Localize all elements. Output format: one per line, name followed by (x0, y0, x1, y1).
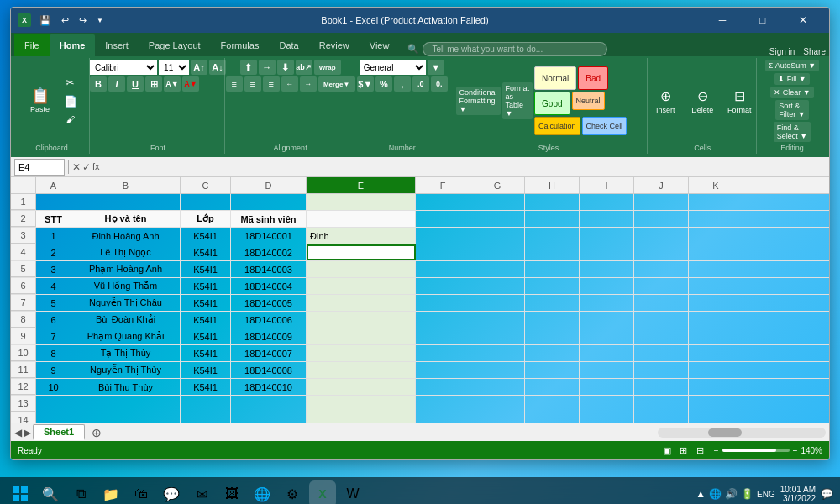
tab-home[interactable]: Home (50, 34, 96, 56)
cell[interactable] (689, 278, 743, 294)
cell[interactable] (634, 261, 689, 277)
cell[interactable] (689, 379, 743, 395)
font-name-select[interactable]: Calibri (90, 60, 157, 75)
cell[interactable] (307, 328, 416, 344)
cell[interactable] (416, 244, 470, 260)
cell[interactable]: Tạ Thị Thùy (71, 345, 181, 361)
cell[interactable] (470, 379, 525, 395)
align-bottom-button[interactable]: ⬇ (277, 60, 294, 75)
add-sheet-button[interactable]: ⊕ (87, 424, 107, 441)
row-header[interactable]: 3 (11, 228, 36, 244)
bold-button[interactable]: B (90, 76, 107, 92)
find-select-button[interactable]: Find &Select ▼ (774, 122, 811, 142)
cell[interactable] (580, 345, 634, 361)
cell[interactable] (634, 295, 689, 311)
network-icon[interactable]: 🌐 (709, 488, 722, 500)
align-left-button[interactable]: ≡ (226, 76, 243, 92)
style-neutral[interactable]: Neutral (572, 92, 605, 110)
right-scroll-tab[interactable]: ▶ (24, 427, 31, 438)
cell[interactable] (416, 278, 470, 294)
cell[interactable]: 18D140008 (231, 362, 307, 378)
mail-button[interactable]: ✉ (188, 480, 215, 504)
tab-data[interactable]: Data (269, 34, 308, 56)
cell[interactable] (71, 396, 181, 412)
underline-button[interactable]: U (127, 76, 144, 92)
cell[interactable]: Lớp (181, 211, 231, 227)
cell[interactable] (416, 295, 470, 311)
cell[interactable]: 4 (36, 278, 71, 294)
cell[interactable]: Đinh (307, 228, 416, 244)
cell[interactable] (416, 312, 470, 328)
cell[interactable] (580, 412, 634, 423)
cell[interactable] (525, 362, 580, 378)
style-good[interactable]: Good (534, 92, 570, 115)
cell[interactable]: K54I1 (181, 244, 231, 260)
autosum-button[interactable]: Σ AutoSum ▼ (765, 60, 820, 71)
cell[interactable] (634, 312, 689, 328)
cell[interactable]: 1 (36, 228, 71, 244)
text-angle-button[interactable]: ab↗ (296, 60, 312, 75)
cell[interactable]: K54I1 (181, 278, 231, 294)
volume-icon[interactable]: 🔊 (725, 488, 738, 500)
cell[interactable] (689, 228, 743, 244)
cell[interactable] (71, 194, 181, 210)
cell[interactable] (36, 412, 71, 423)
cell[interactable] (634, 228, 689, 244)
paste-button[interactable]: 📋 Paste (24, 80, 57, 122)
row-header[interactable]: 10 (11, 345, 36, 361)
page-layout-button[interactable]: ⊞ (677, 444, 690, 457)
task-view-button[interactable]: ⧉ (67, 480, 94, 504)
sort-filter-button[interactable]: Sort &Filter ▼ (775, 100, 808, 120)
cell[interactable]: Nguyễn Thị Châu (71, 295, 181, 311)
insert-cell-button[interactable]: ⊕ Insert (648, 80, 682, 122)
battery-icon[interactable]: 🔋 (741, 488, 753, 500)
cell[interactable] (181, 412, 231, 423)
decrease-font-button[interactable]: A↓ (209, 60, 226, 75)
close-button[interactable]: ✕ (784, 8, 822, 33)
cell[interactable] (689, 312, 743, 328)
cell[interactable] (181, 396, 231, 412)
cell[interactable] (470, 295, 525, 311)
cell[interactable] (634, 328, 689, 344)
cell[interactable] (416, 194, 470, 210)
quick-redo[interactable]: ↪ (76, 13, 90, 28)
style-calculation[interactable]: Calculation (534, 117, 580, 135)
cell[interactable]: 18D140005 (231, 295, 307, 311)
format-painter-button[interactable]: 🖌 (60, 111, 81, 128)
col-header-i[interactable]: I (580, 177, 634, 193)
cell[interactable] (525, 328, 580, 344)
decrease-indent-button[interactable]: ← (281, 76, 298, 92)
customize-qa[interactable]: ▼ (93, 15, 107, 26)
cell[interactable]: K54I1 (181, 295, 231, 311)
delete-cell-button[interactable]: ⊖ Delete (685, 80, 719, 122)
cell[interactable] (307, 211, 416, 227)
word-button[interactable]: W (339, 480, 366, 504)
col-header-b[interactable]: B (71, 177, 181, 193)
cell[interactable] (416, 328, 470, 344)
cell[interactable] (36, 396, 71, 412)
tab-insert[interactable]: Insert (95, 34, 139, 56)
cell[interactable] (470, 396, 525, 412)
cell[interactable] (525, 278, 580, 294)
cell[interactable]: Nguyễn Thị Thùy (71, 362, 181, 378)
format-cell-button[interactable]: ⊟ Format (722, 80, 756, 122)
align-top-button[interactable]: ⬆ (240, 60, 257, 75)
col-header-j[interactable]: J (634, 177, 689, 193)
cell[interactable]: 6 (36, 312, 71, 328)
copy-button[interactable]: 📄 (60, 92, 81, 109)
cell[interactable] (525, 345, 580, 361)
number-format-select[interactable]: General (360, 60, 426, 75)
cell[interactable]: Phạm Hoàng Anh (71, 261, 181, 277)
maximize-button[interactable]: □ (743, 8, 782, 33)
row-header[interactable]: 11 (11, 362, 36, 378)
left-scroll-tab[interactable]: ◀ (14, 427, 22, 438)
conditional-formatting-button[interactable]: ConditionalFormatting ▼ (456, 87, 501, 115)
increase-indent-button[interactable]: → (300, 76, 317, 92)
cell[interactable] (470, 362, 525, 378)
cell[interactable] (231, 194, 307, 210)
search-input[interactable] (423, 42, 607, 56)
cell[interactable] (525, 211, 580, 227)
cell[interactable]: STT (36, 211, 71, 227)
col-header-g[interactable]: G (470, 177, 525, 193)
cell[interactable] (580, 244, 634, 260)
